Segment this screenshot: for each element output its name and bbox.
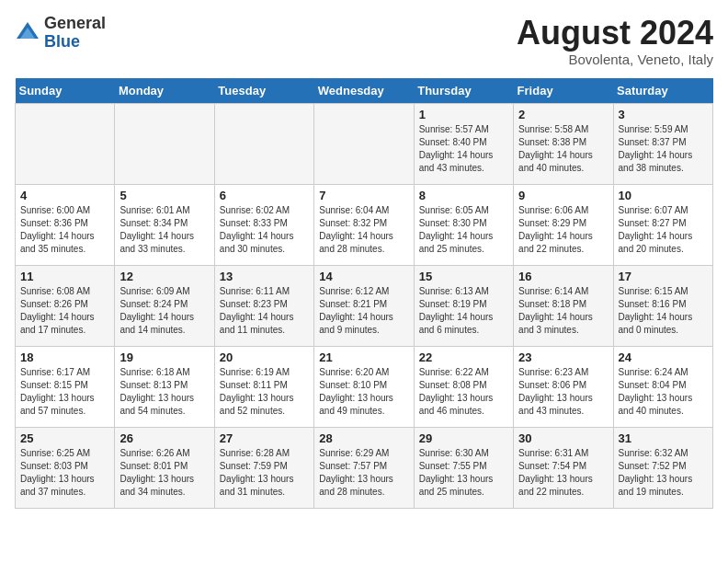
- calendar-table: SundayMondayTuesdayWednesdayThursdayFrid…: [15, 78, 713, 509]
- day-info: Sunrise: 5:58 AM Sunset: 8:38 PM Dayligh…: [518, 123, 608, 175]
- day-number: 18: [20, 350, 109, 364]
- day-number: 15: [419, 270, 508, 283]
- title-area: August 2024 Bovolenta, Veneto, Italy: [517, 15, 713, 67]
- day-info: Sunrise: 6:28 AM Sunset: 7:59 PM Dayligh…: [220, 447, 309, 499]
- day-number: 28: [319, 431, 408, 445]
- calendar-cell: 6Sunrise: 6:02 AM Sunset: 8:33 PM Daylig…: [214, 184, 313, 265]
- day-number: 17: [619, 270, 708, 283]
- logo-general-text: General: [44, 14, 106, 32]
- day-number: 1: [419, 108, 508, 121]
- calendar-cell: 18Sunrise: 6:17 AM Sunset: 8:15 PM Dayli…: [16, 346, 115, 427]
- month-year-title: August 2024: [517, 15, 713, 52]
- calendar-cell: 14Sunrise: 6:12 AM Sunset: 8:21 PM Dayli…: [314, 265, 414, 346]
- calendar-cell: 15Sunrise: 6:13 AM Sunset: 8:19 PM Dayli…: [414, 265, 513, 346]
- calendar-cell: 13Sunrise: 6:11 AM Sunset: 8:23 PM Dayli…: [214, 265, 313, 346]
- day-header-monday: Monday: [115, 78, 214, 104]
- day-info: Sunrise: 6:31 AM Sunset: 7:54 PM Dayligh…: [518, 447, 608, 499]
- calendar-cell: 27Sunrise: 6:28 AM Sunset: 7:59 PM Dayli…: [214, 427, 313, 508]
- calendar-cell: 16Sunrise: 6:14 AM Sunset: 8:18 PM Dayli…: [514, 265, 613, 346]
- logo: General Blue: [15, 15, 106, 52]
- day-info: Sunrise: 6:19 AM Sunset: 8:11 PM Dayligh…: [220, 366, 309, 418]
- location-text: Bovolenta, Veneto, Italy: [517, 52, 713, 67]
- calendar-cell: 25Sunrise: 6:25 AM Sunset: 8:03 PM Dayli…: [16, 427, 115, 508]
- day-number: 30: [518, 431, 608, 445]
- calendar-cell: 12Sunrise: 6:09 AM Sunset: 8:24 PM Dayli…: [115, 265, 214, 346]
- day-number: 22: [419, 350, 508, 364]
- calendar-cell: 7Sunrise: 6:04 AM Sunset: 8:32 PM Daylig…: [314, 184, 414, 265]
- calendar-week-row: 1Sunrise: 5:57 AM Sunset: 8:40 PM Daylig…: [16, 103, 713, 184]
- day-info: Sunrise: 6:25 AM Sunset: 8:03 PM Dayligh…: [20, 447, 109, 499]
- day-info: Sunrise: 6:00 AM Sunset: 8:36 PM Dayligh…: [20, 204, 109, 256]
- day-info: Sunrise: 6:29 AM Sunset: 7:57 PM Dayligh…: [319, 447, 408, 499]
- day-number: 5: [119, 189, 209, 202]
- day-info: Sunrise: 6:01 AM Sunset: 8:34 PM Dayligh…: [119, 204, 209, 256]
- day-info: Sunrise: 6:30 AM Sunset: 7:55 PM Dayligh…: [419, 447, 508, 499]
- day-number: 25: [20, 431, 109, 445]
- calendar-cell: [214, 103, 313, 184]
- day-info: Sunrise: 6:22 AM Sunset: 8:08 PM Dayligh…: [419, 366, 508, 418]
- day-info: Sunrise: 6:23 AM Sunset: 8:06 PM Dayligh…: [518, 366, 608, 418]
- day-number: 16: [518, 270, 608, 283]
- day-number: 10: [619, 189, 708, 202]
- page-header: General Blue August 2024 Bovolenta, Vene…: [15, 15, 713, 67]
- day-info: Sunrise: 6:20 AM Sunset: 8:10 PM Dayligh…: [319, 366, 408, 418]
- day-header-friday: Friday: [514, 78, 613, 104]
- day-info: Sunrise: 6:24 AM Sunset: 8:04 PM Dayligh…: [619, 366, 708, 418]
- calendar-cell: 1Sunrise: 5:57 AM Sunset: 8:40 PM Daylig…: [414, 103, 513, 184]
- day-number: 26: [119, 431, 209, 445]
- day-number: 29: [419, 431, 508, 445]
- day-info: Sunrise: 6:15 AM Sunset: 8:16 PM Dayligh…: [619, 285, 708, 337]
- day-number: 13: [220, 270, 309, 283]
- calendar-cell: 23Sunrise: 6:23 AM Sunset: 8:06 PM Dayli…: [514, 346, 613, 427]
- day-number: 3: [619, 108, 708, 121]
- calendar-cell: 28Sunrise: 6:29 AM Sunset: 7:57 PM Dayli…: [314, 427, 414, 508]
- day-number: 14: [319, 270, 408, 283]
- day-info: Sunrise: 6:05 AM Sunset: 8:30 PM Dayligh…: [419, 204, 508, 256]
- day-header-saturday: Saturday: [613, 78, 712, 104]
- day-number: 2: [518, 108, 608, 121]
- day-info: Sunrise: 6:18 AM Sunset: 8:13 PM Dayligh…: [119, 366, 209, 418]
- calendar-week-row: 18Sunrise: 6:17 AM Sunset: 8:15 PM Dayli…: [16, 346, 713, 427]
- calendar-cell: 5Sunrise: 6:01 AM Sunset: 8:34 PM Daylig…: [115, 184, 214, 265]
- day-number: 19: [119, 350, 209, 364]
- calendar-cell: 30Sunrise: 6:31 AM Sunset: 7:54 PM Dayli…: [514, 427, 613, 508]
- day-header-thursday: Thursday: [414, 78, 513, 104]
- calendar-cell: 21Sunrise: 6:20 AM Sunset: 8:10 PM Dayli…: [314, 346, 414, 427]
- day-info: Sunrise: 6:11 AM Sunset: 8:23 PM Dayligh…: [220, 285, 309, 337]
- calendar-week-row: 25Sunrise: 6:25 AM Sunset: 8:03 PM Dayli…: [16, 427, 713, 508]
- calendar-cell: 19Sunrise: 6:18 AM Sunset: 8:13 PM Dayli…: [115, 346, 214, 427]
- day-number: 23: [518, 350, 608, 364]
- day-info: Sunrise: 5:59 AM Sunset: 8:37 PM Dayligh…: [619, 123, 708, 175]
- day-number: 11: [20, 270, 109, 283]
- calendar-cell: 9Sunrise: 6:06 AM Sunset: 8:29 PM Daylig…: [514, 184, 613, 265]
- day-info: Sunrise: 6:06 AM Sunset: 8:29 PM Dayligh…: [518, 204, 608, 256]
- day-number: 27: [220, 431, 309, 445]
- day-header-tuesday: Tuesday: [214, 78, 313, 104]
- calendar-cell: [16, 103, 115, 184]
- logo-icon: [15, 20, 40, 46]
- day-number: 21: [319, 350, 408, 364]
- day-info: Sunrise: 6:08 AM Sunset: 8:26 PM Dayligh…: [20, 285, 109, 337]
- day-number: 24: [619, 350, 708, 364]
- day-number: 4: [20, 189, 109, 202]
- day-info: Sunrise: 6:14 AM Sunset: 8:18 PM Dayligh…: [518, 285, 608, 337]
- day-header-wednesday: Wednesday: [314, 78, 414, 104]
- calendar-cell: 29Sunrise: 6:30 AM Sunset: 7:55 PM Dayli…: [414, 427, 513, 508]
- day-number: 12: [119, 270, 209, 283]
- day-header-sunday: Sunday: [16, 78, 115, 104]
- day-info: Sunrise: 5:57 AM Sunset: 8:40 PM Dayligh…: [419, 123, 508, 175]
- calendar-cell: 10Sunrise: 6:07 AM Sunset: 8:27 PM Dayli…: [613, 184, 712, 265]
- day-info: Sunrise: 6:17 AM Sunset: 8:15 PM Dayligh…: [20, 366, 109, 418]
- calendar-cell: 11Sunrise: 6:08 AM Sunset: 8:26 PM Dayli…: [16, 265, 115, 346]
- day-info: Sunrise: 6:09 AM Sunset: 8:24 PM Dayligh…: [119, 285, 209, 337]
- day-number: 9: [518, 189, 608, 202]
- calendar-cell: 31Sunrise: 6:32 AM Sunset: 7:52 PM Dayli…: [613, 427, 712, 508]
- calendar-cell: 20Sunrise: 6:19 AM Sunset: 8:11 PM Dayli…: [214, 346, 313, 427]
- day-number: 7: [319, 189, 408, 202]
- day-info: Sunrise: 6:02 AM Sunset: 8:33 PM Dayligh…: [220, 204, 309, 256]
- day-number: 6: [220, 189, 309, 202]
- day-info: Sunrise: 6:04 AM Sunset: 8:32 PM Dayligh…: [319, 204, 408, 256]
- calendar-cell: [314, 103, 414, 184]
- calendar-cell: 4Sunrise: 6:00 AM Sunset: 8:36 PM Daylig…: [16, 184, 115, 265]
- days-header-row: SundayMondayTuesdayWednesdayThursdayFrid…: [16, 78, 713, 104]
